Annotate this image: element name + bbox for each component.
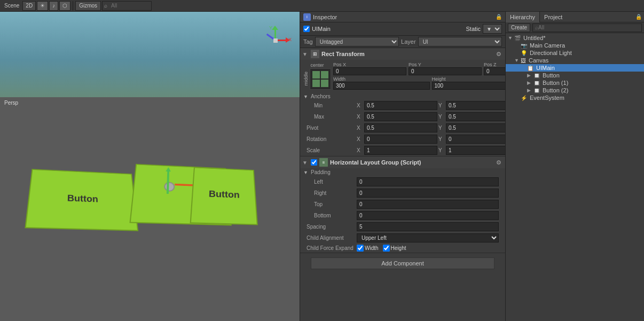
min-x-input[interactable] <box>364 101 437 110</box>
untitled-label: Untitled* <box>523 35 546 41</box>
child-force-label: Child Force Expand <box>307 245 355 251</box>
rect-transform-section: ▼ ⊞ Rect Transform ⚙ center middle <box>300 48 505 156</box>
hierarchy-item-uimain[interactable]: 📋 UIMain <box>506 64 644 72</box>
min-pair: X Y <box>357 101 505 110</box>
rot-y-input[interactable] <box>446 135 505 144</box>
min-y-label: Y <box>438 103 445 108</box>
eventsystem-label: EventSystem <box>530 95 564 101</box>
effects-button[interactable]: ⬡ <box>59 1 70 11</box>
rect-transform-icon: ⊞ <box>311 50 319 58</box>
scene-view: Persp Button Button <box>0 12 300 321</box>
min-y-input[interactable] <box>446 101 505 110</box>
height-cb-label: Height <box>391 245 406 251</box>
hlg-settings-icon[interactable]: ⚙ <box>494 158 503 167</box>
spacing-label: Spacing <box>307 224 355 230</box>
static-dropdown[interactable]: ▼ <box>483 24 502 34</box>
light-button[interactable]: ☀ <box>37 1 48 11</box>
tag-layer-row: Tag Untagged Layer UI <box>300 36 505 48</box>
hierarchy-item-button-2[interactable]: ▶ 🔲 Button (2) <box>506 87 644 94</box>
canvas-label: Canvas <box>529 57 548 64</box>
min-x-label: X <box>357 103 363 108</box>
hlg-title: Horizontal Layout Group (Script) <box>330 159 492 166</box>
pos-z-col: Pos Z <box>484 62 505 75</box>
arrow-up-head <box>166 167 171 172</box>
child-alignment-label: Child Alignment <box>307 235 355 241</box>
scene-search-input[interactable] <box>109 1 152 11</box>
rot-x-input[interactable] <box>364 135 437 144</box>
anchors-max-row: Max X Y <box>303 111 502 122</box>
tag-dropdown[interactable]: Untagged <box>315 37 399 46</box>
y-arrow <box>272 26 278 30</box>
rect-transform-header[interactable]: ▼ ⊞ Rect Transform ⚙ <box>300 48 505 60</box>
spacing-input[interactable] <box>357 222 499 231</box>
max-x-input[interactable] <box>364 112 437 121</box>
scale-x-input[interactable] <box>364 146 437 155</box>
scene-button-left-label: Button <box>67 193 98 204</box>
height-checkbox-item: Height <box>383 245 406 252</box>
pos-x-input[interactable] <box>333 67 406 75</box>
max-y-input[interactable] <box>446 112 505 121</box>
left-input[interactable] <box>357 177 499 186</box>
bottom-label: Bottom <box>307 213 355 218</box>
pivot-x-input[interactable] <box>364 123 437 132</box>
pivot-row: Pivot X Y <box>303 122 502 134</box>
scale-y-input[interactable] <box>446 146 505 155</box>
pivot-pair: X Y <box>357 123 505 132</box>
right-row: Right <box>303 187 502 199</box>
hierarchy-item-untitled[interactable]: ▼ 🎬 Untitled* <box>506 34 644 42</box>
anchors-min-row: Min X Y <box>303 100 502 111</box>
rotation-pair: X Y Z <box>357 135 505 144</box>
pos-z-input[interactable] <box>484 67 505 75</box>
inspector-lock-icon[interactable]: 🔒 <box>496 14 502 20</box>
width-label: Width <box>333 76 430 82</box>
button1-icon: 🔲 <box>533 80 540 86</box>
anchors-label: Anchors <box>311 93 331 99</box>
padding-section: ▼ Padding Left Right Top <box>300 168 505 253</box>
child-alignment-select[interactable]: Upper Left <box>357 233 499 242</box>
top-input[interactable] <box>357 200 499 209</box>
rect-transform-settings-icon[interactable]: ⚙ <box>494 50 503 58</box>
hierarchy-search-input[interactable] <box>532 24 642 32</box>
pos-x-col: Pos X <box>333 62 406 75</box>
left-label: Left <box>307 179 355 185</box>
anchor-widget <box>310 68 331 90</box>
button2-icon: 🔲 <box>533 88 540 93</box>
hierarchy-item-button-1[interactable]: ▶ 🔲 Button (1) <box>506 79 644 87</box>
scale-row: Scale X Y Z <box>303 145 502 156</box>
add-component-button[interactable]: Add Component <box>311 257 494 269</box>
hierarchy-item-canvas[interactable]: ▼ 🖼 Canvas <box>506 57 644 64</box>
hierarchy-item-button[interactable]: ▶ 🔲 Button <box>506 72 644 79</box>
button-arrow: ▶ <box>527 73 532 78</box>
create-button[interactable]: Create <box>508 24 530 32</box>
left-row: Left <box>303 176 502 187</box>
hlg-enable-checkbox[interactable] <box>311 159 317 166</box>
pivot-y-input[interactable] <box>446 123 505 132</box>
right-input[interactable] <box>357 189 499 198</box>
hlg-header[interactable]: ▼ ≡ Horizontal Layout Group (Script) ⚙ <box>300 156 505 168</box>
child-force-row: Child Force Expand Width Height <box>303 244 502 253</box>
object-active-checkbox[interactable] <box>303 26 310 32</box>
hierarchy-tab-bar: Hierarchy Project 🔒 <box>506 12 644 22</box>
button2-label: Button (2) <box>543 87 568 93</box>
bottom-row: Bottom <box>303 210 502 221</box>
height-input[interactable] <box>432 82 506 90</box>
audio-button[interactable]: ♪ <box>49 1 58 11</box>
project-tab[interactable]: Project <box>540 12 567 22</box>
pos-y-input[interactable] <box>409 67 482 75</box>
height-checkbox[interactable] <box>383 245 390 252</box>
pivot-label: Pivot <box>307 125 355 131</box>
bottom-input[interactable] <box>357 211 499 220</box>
2d-button[interactable]: 2D <box>22 1 36 11</box>
hierarchy-tab[interactable]: Hierarchy <box>506 12 540 22</box>
main-camera-icon: 📷 <box>521 43 527 49</box>
width-checkbox[interactable] <box>357 245 364 252</box>
hierarchy-lock-icon[interactable]: 🔒 <box>633 14 644 20</box>
hierarchy-item-eventsystem[interactable]: ⚡ EventSystem <box>506 94 644 101</box>
width-input[interactable] <box>333 82 430 90</box>
hierarchy-item-directional-light[interactable]: 💡 Directional Light <box>506 49 644 57</box>
uimain-icon: 📋 <box>527 65 533 71</box>
gizmos-button[interactable]: Gizmos <box>75 1 101 11</box>
layer-dropdown[interactable]: UI <box>418 37 502 46</box>
hierarchy-item-main-camera[interactable]: 📷 Main Camera <box>506 42 644 49</box>
static-label: Static <box>466 26 481 32</box>
